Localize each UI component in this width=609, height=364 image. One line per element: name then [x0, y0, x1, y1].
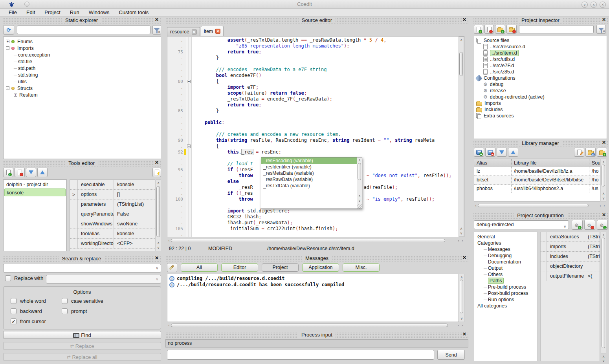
tool-list-item[interactable]: konsole — [4, 188, 66, 196]
category-tree-item[interactable]: ─Others — [474, 271, 537, 278]
column-header[interactable]: Library file — [512, 159, 589, 167]
find-button[interactable]: Find — [3, 331, 161, 339]
library-hscrollbar[interactable]: ‹ ‹› — [474, 203, 606, 208]
tree-item[interactable]: ─std.file — [4, 58, 161, 65]
tools-grid-scrollbar[interactable]: ∧ ∧ ∨ — [156, 179, 161, 251]
tool-property-row[interactable]: workingDirectory<CFP> — [70, 239, 155, 249]
expand-icon[interactable]: + — [6, 40, 9, 43]
close-panel-icon[interactable]: ✕ — [154, 255, 160, 261]
menu-file[interactable]: File — [4, 9, 22, 16]
completion-item[interactable]: _resMetaData (variable) — [261, 170, 357, 176]
left-splitter[interactable] — [161, 17, 165, 364]
remove-source-button[interactable]: − — [484, 25, 494, 34]
fold-collapse-icon[interactable]: − — [187, 80, 191, 83]
option-whole-word[interactable]: whole word — [11, 298, 46, 304]
move-tool-down-button[interactable] — [26, 168, 36, 177]
process-input-field[interactable] — [167, 350, 434, 360]
checkbox-unchecked[interactable] — [11, 308, 17, 314]
category-tree-item[interactable]: ─Post-build process — [474, 290, 537, 296]
tab-item[interactable]: item✕ — [201, 26, 224, 36]
fold-collapse-icon[interactable]: − — [187, 145, 191, 148]
move-tool-up-button[interactable] — [37, 168, 48, 177]
code-line[interactable]: . return true; — [167, 102, 464, 108]
collapse-icon[interactable]: - — [6, 46, 9, 50]
tree-item[interactable]: ─std.path — [4, 65, 161, 71]
code-line[interactable]: . — [167, 61, 464, 67]
remove-library-button[interactable]: − — [485, 148, 495, 157]
property-value[interactable]: (TStringList) — [114, 199, 155, 209]
add-configuration-button[interactable]: ⚙+ — [572, 220, 583, 230]
filter-button-all[interactable]: All — [181, 263, 218, 272]
library-vscrollbar[interactable]: ∧ ∧ ∨ — [601, 159, 606, 202]
property-value[interactable]: (TStringList) — [586, 252, 600, 261]
close-panel-icon[interactable]: ✕ — [154, 160, 160, 166]
close-panel-icon[interactable]: ✕ — [462, 331, 467, 337]
configuration-property-row[interactable]: extraSources(TStringList) — [541, 232, 600, 242]
tool-property-row[interactable]: showWindowsswoNone — [70, 219, 155, 229]
code-line[interactable]: . — [167, 232, 464, 237]
property-value[interactable]: (TStringList) — [586, 242, 600, 251]
messages-vscrollbar[interactable]: ∧ ∨ — [459, 274, 464, 322]
property-value[interactable]: [] — [114, 190, 155, 199]
menu-custom-tools[interactable]: Custom tools — [114, 9, 153, 16]
move-library-up-button[interactable] — [508, 148, 518, 157]
category-tree-item[interactable]: ─Documentation — [474, 259, 537, 265]
code-line[interactable]: . /// creates and encodes a new resource… — [167, 132, 464, 137]
tool-property-row[interactable]: >options[] — [70, 190, 155, 199]
tool-property-row[interactable]: queryParametersFalse — [70, 209, 155, 219]
completion-item[interactable]: _resTxtData (variable) — [261, 183, 357, 189]
property-value[interactable]: konsole — [114, 180, 155, 189]
code-line[interactable]: . CRC32 ihash; — [167, 214, 464, 220]
category-tree-item[interactable]: Categories — [474, 240, 537, 246]
category-tree-item[interactable]: ─Pre-build process — [474, 284, 537, 290]
completion-scrollbar[interactable]: ∧ ∧ ∨ — [357, 157, 362, 209]
category-tree-item[interactable]: ─Run options — [474, 296, 537, 303]
property-value[interactable]: False — [114, 209, 155, 219]
run-tool-button[interactable] — [152, 168, 161, 177]
code-line[interactable]: . scope(failure) return false; — [167, 90, 464, 96]
expand-icon[interactable]: + — [14, 93, 17, 97]
close-panel-icon[interactable]: ✕ — [154, 17, 160, 23]
tree-item[interactable]: +Enums — [4, 38, 161, 45]
category-tree-item[interactable]: General — [474, 234, 537, 240]
maximize-button[interactable]: ∧ — [591, 2, 597, 8]
category-tree-item[interactable]: ─Paths — [474, 278, 537, 284]
property-value[interactable] — [586, 262, 600, 271]
message-row[interactable]: icompiling /.../build/resource.d.coedit — [167, 275, 459, 282]
editor-hscrollbar[interactable]: ‹ ‹› — [167, 238, 464, 243]
menu-windows[interactable]: Windows — [84, 9, 114, 16]
category-tree-item[interactable]: ─Output — [474, 265, 537, 271]
column-header[interactable]: Sources — [589, 159, 600, 167]
property-expander[interactable]: > — [70, 190, 78, 199]
table-row[interactable]: bitset/home/basile/Dev/Bitset/lib/bitse/… — [474, 176, 600, 185]
code-line[interactable]: . import std.digest.crc; — [167, 208, 464, 214]
property-value[interactable]: (TStringList) — [586, 232, 600, 241]
send-button[interactable]: Send — [437, 350, 465, 360]
tool-property-row[interactable]: executablekonsole — [70, 180, 155, 190]
minimize-button[interactable]: ∨ — [581, 2, 588, 8]
close-panel-icon[interactable]: ✕ — [462, 17, 467, 23]
add-folder-button[interactable]: + — [495, 25, 505, 34]
symbol-filter-input[interactable] — [17, 26, 150, 34]
code-line[interactable]: 92 this._res = resEnc; — [167, 149, 464, 155]
option-case-sensitive[interactable]: case sensitive — [62, 298, 103, 304]
code-line[interactable]: 85 } — [167, 108, 464, 114]
project-tree-item[interactable]: ../src/item.d — [474, 50, 607, 56]
category-tree-item[interactable]: ─Debugging — [474, 252, 537, 259]
menu-project[interactable]: Project — [40, 9, 65, 16]
code-line[interactable]: . — [167, 114, 464, 120]
option-prompt[interactable]: prompt — [62, 308, 87, 314]
menu-edit[interactable]: Edit — [22, 9, 40, 16]
tree-item[interactable]: ─std.string — [4, 71, 161, 78]
add-library-button[interactable]: + — [474, 148, 484, 157]
close-panel-icon[interactable]: ✕ — [601, 212, 607, 218]
right-splitter[interactable] — [469, 17, 473, 364]
collapse-icon[interactable]: - — [6, 86, 9, 90]
replace-term-combo[interactable]: ∨ — [46, 275, 161, 284]
code-line[interactable]: . ihash.put(_resRawData); — [167, 220, 464, 226]
filter-button-application[interactable]: Application — [302, 263, 339, 272]
refresh-button[interactable]: ⟳ — [3, 25, 14, 35]
code-line[interactable]: . bool encodee7F() — [167, 73, 464, 79]
close-panel-icon[interactable]: ✕ — [462, 255, 467, 261]
configuration-vscrollbar[interactable]: ∧ — [601, 232, 606, 353]
